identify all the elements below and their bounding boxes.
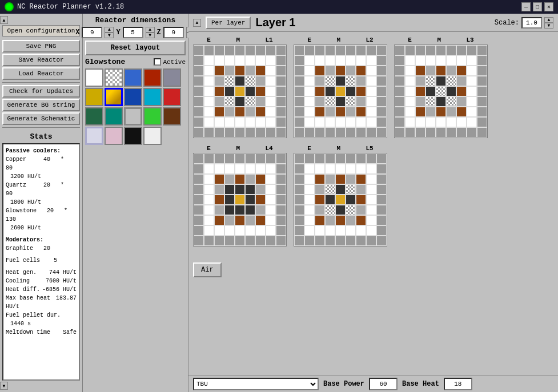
heat-gen-row: Heat gen.744 HU/t	[6, 268, 77, 277]
l4-m: M	[236, 145, 240, 152]
active-checkbox-label[interactable]: Active	[154, 58, 186, 66]
scale-section: Scale: ▲ ▼	[495, 17, 553, 29]
x-label: X	[75, 29, 79, 37]
save-png-button[interactable]: Save PNG	[2, 40, 80, 52]
load-reactor-button[interactable]: Load Reactor	[2, 67, 80, 80]
scale-spin-up[interactable]: ▲	[544, 17, 553, 23]
moderators-header: Moderators:	[6, 236, 77, 244]
base-power-input[interactable]	[369, 378, 398, 390]
scale-label: Scale:	[495, 19, 519, 27]
z-input[interactable]	[163, 27, 184, 38]
layer-title: Layer 1	[255, 16, 295, 29]
dimensions-title: Reactor dimensions	[85, 16, 186, 25]
color-blue[interactable]	[124, 68, 142, 87]
per-layer-button[interactable]: Per layer	[206, 17, 251, 29]
app-title: NC Reactor Planner v1.2.18	[17, 3, 124, 11]
hu-row: HU/t	[6, 302, 77, 311]
layer-l2-grid[interactable]	[294, 45, 387, 138]
check-updates-button[interactable]: Check for Updates	[2, 85, 80, 98]
layer-l5-header: E M L5	[294, 145, 387, 152]
color-gray[interactable]	[163, 68, 181, 87]
glowstone-label: Glowstone	[85, 58, 125, 66]
x-input[interactable]	[82, 27, 102, 38]
generate-bg-button[interactable]: Generate BG string	[2, 99, 80, 111]
tbu-select[interactable]: TBU	[193, 378, 319, 390]
color-white[interactable]	[85, 68, 103, 87]
active-checkbox[interactable]	[154, 58, 161, 66]
color-red[interactable]	[143, 68, 162, 87]
l4-e: E	[207, 145, 211, 152]
color-yellow[interactable]	[85, 88, 103, 106]
scale-input[interactable]	[521, 17, 542, 29]
max-base-heat-row: Max base heat183.87	[6, 294, 77, 302]
l1-m: M	[236, 37, 240, 43]
color-red2[interactable]	[163, 88, 181, 106]
scroll-up-button[interactable]: ▲	[0, 16, 8, 24]
layer-l1-grid[interactable]	[193, 45, 287, 138]
l3-label: L3	[467, 37, 474, 43]
z-label: Z	[157, 29, 161, 37]
color-frame[interactable]	[124, 107, 142, 126]
stats-title: Stats	[2, 130, 80, 143]
generate-schematic-button[interactable]: Generate Schematic	[2, 112, 80, 125]
layer-l3-container: E M L3	[394, 37, 488, 138]
bottom-bar: TBU Base Power Base Heat	[188, 375, 558, 392]
l1-e: E	[207, 37, 211, 43]
l5-e: E	[307, 145, 311, 152]
x-spin-up[interactable]: ▲	[105, 27, 114, 33]
base-heat-input[interactable]	[444, 378, 472, 390]
color-lightframe[interactable]	[85, 127, 103, 145]
color-darkblue[interactable]	[124, 88, 142, 106]
layer-l3-header: E M L3	[394, 37, 488, 43]
fuel-pellet-value: 1440 s	[6, 320, 77, 328]
x-spin-down[interactable]: ▼	[105, 33, 114, 38]
color-teal[interactable]	[85, 107, 103, 126]
layer-l4-header: E M L4	[193, 145, 287, 152]
color-checker[interactable]	[105, 68, 123, 87]
color-pink[interactable]	[105, 127, 123, 145]
app-icon	[5, 2, 14, 11]
color-teal2[interactable]	[105, 107, 123, 126]
y-spin-up[interactable]: ▲	[146, 27, 155, 33]
layer-l5-grid[interactable]	[294, 153, 387, 246]
minimize-button[interactable]: —	[521, 2, 531, 11]
layer-l2-container: E M L2	[294, 37, 387, 138]
scroll-down-button[interactable]: ▼	[0, 382, 8, 390]
color-green[interactable]	[143, 107, 162, 126]
air-section: Air	[193, 253, 553, 277]
title-bar-controls: — □ ✕	[521, 2, 553, 11]
meltdown-row: Meltdown timeSafe	[6, 328, 77, 337]
color-cyan[interactable]	[143, 88, 162, 106]
base-heat-label: Base Heat	[402, 380, 439, 388]
cooling-row: Cooling7600 HU/t	[6, 277, 77, 285]
graphite-row: Graphite 20	[6, 244, 77, 253]
stats-content[interactable]: Passive coolers: Copper 40 * 80 3200 HU/…	[2, 143, 80, 381]
reactor-toolbar: ▲ Per layer Layer 1 Scale: ▲ ▼	[188, 14, 558, 32]
air-button[interactable]: Air	[193, 262, 222, 277]
l3-e: E	[408, 37, 412, 43]
y-spin: ▲ ▼	[146, 27, 155, 38]
title-bar: NC Reactor Planner v1.2.18 — □ ✕	[0, 0, 558, 14]
close-button[interactable]: ✕	[544, 2, 553, 11]
save-reactor-button[interactable]: Save Reactor	[2, 54, 80, 66]
open-config-button[interactable]: Open configuration	[2, 25, 80, 37]
dimensions-row: X ▲ ▼ Y ▲ ▼ Z ▲ ▼	[85, 27, 186, 38]
heat-diff-row: Heat diff.-6856 HU/t	[6, 285, 77, 294]
color-brown[interactable]	[163, 107, 181, 126]
color-white2[interactable]	[143, 127, 162, 145]
color-glowstone-selected[interactable]	[105, 88, 123, 106]
layer-l3-grid[interactable]	[394, 45, 488, 138]
scale-spin: ▲ ▼	[544, 17, 553, 29]
color-black[interactable]	[124, 127, 142, 145]
reset-layout-button[interactable]: Reset layout	[85, 41, 186, 55]
y-spin-down[interactable]: ▼	[146, 33, 155, 38]
layer-l4-container: E M L4	[193, 145, 287, 246]
maximize-button[interactable]: □	[533, 2, 542, 11]
layer-l4-grid[interactable]	[193, 153, 287, 246]
y-input[interactable]	[123, 27, 143, 38]
scale-spin-down[interactable]: ▼	[544, 23, 553, 29]
stats-section: Stats Passive coolers: Copper 40 * 80 32…	[2, 130, 80, 381]
l1-label: L1	[266, 37, 273, 43]
passive-coolers-header: Passive coolers:	[6, 147, 77, 155]
reactor-scroll-up[interactable]: ▲	[193, 19, 201, 27]
